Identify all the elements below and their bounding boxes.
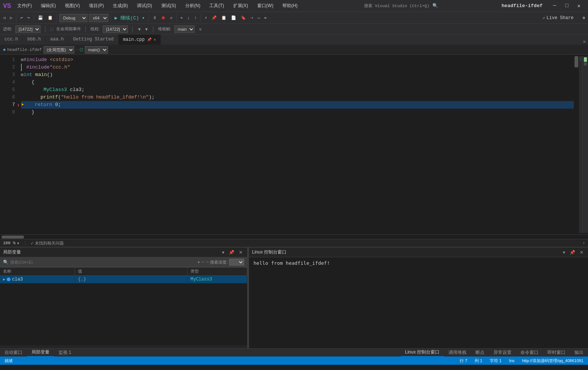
scroll-thumb[interactable] (574, 56, 578, 67)
menu-debug[interactable]: 调试(D) (134, 1, 155, 10)
toolbar-misc7-btn[interactable]: ↔ (256, 15, 262, 21)
zoom-control[interactable]: 100 % ▾ (3, 241, 20, 246)
close-button[interactable]: ✕ (573, 1, 585, 10)
table-row[interactable]: ▶ cla3 {…} MyClass3 (0, 276, 247, 283)
toolbar-step-out-btn[interactable]: ↑ (193, 15, 198, 21)
minimize-button[interactable]: ─ (549, 1, 561, 10)
tab-exception-settings[interactable]: 异常设置 (489, 349, 516, 357)
process-dropdown[interactable]: [14722] (15, 25, 40, 33)
toolbar-misc8-btn[interactable]: ⇤ (263, 15, 269, 21)
status-col[interactable]: 列 1 (473, 358, 484, 364)
maximize-button[interactable]: □ (561, 1, 573, 10)
continue-button[interactable]: ▶ 继续(C) ▾ (113, 14, 147, 22)
fold-1[interactable]: ⊟ (21, 56, 24, 64)
tab-call-stack[interactable]: 调用堆栈 (444, 349, 471, 357)
tab-output[interactable]: 输出 (570, 349, 588, 357)
menu-view[interactable]: 视图(V) (62, 1, 83, 10)
toolbar-step-over-btn[interactable]: ↷ (179, 15, 184, 21)
search-depth-dropdown[interactable] (229, 259, 244, 266)
stackfilter-icon[interactable]: ≡ (199, 27, 201, 31)
breadcrumb-project[interactable]: headfile-ifdef (7, 48, 42, 52)
tab-immediate-window[interactable]: 即时窗口 (543, 349, 570, 357)
locals-scroll-area[interactable] (0, 345, 247, 348)
toolbar-forward-btn[interactable]: ▷ (9, 15, 14, 21)
scroll-right-btn[interactable]: › (582, 241, 585, 245)
search-back-icon[interactable]: ← (202, 260, 204, 265)
tab-command-window[interactable]: 命令窗口 (516, 349, 543, 357)
tab-ccc-h[interactable]: ccc.h (0, 34, 23, 45)
debug-mode-dropdown[interactable]: Debug Release (59, 14, 87, 22)
fold-3[interactable]: ⊟ (21, 71, 24, 79)
console-close-btn[interactable]: ✕ (578, 250, 585, 255)
tab-pin-icon[interactable]: 📌 (147, 37, 152, 42)
tab-breakpoints[interactable]: 断点 (471, 349, 489, 357)
menu-test[interactable]: 测试(S) (158, 1, 179, 10)
menu-tools[interactable]: 工具(T) (206, 1, 227, 10)
tab-linux-console[interactable]: Linux 控制台窗口 (400, 349, 444, 357)
menu-build[interactable]: 生成(B) (110, 1, 131, 10)
tab-main-cpp[interactable]: main.cpp 📌 ✕ (118, 34, 161, 45)
locals-pin-btn[interactable]: 📌 (227, 250, 236, 255)
tab-auto-window[interactable]: 自动窗口 (0, 349, 27, 357)
expand-icon[interactable]: ▶ (3, 277, 5, 282)
tab-bbb-h[interactable]: bbb.h (23, 34, 46, 45)
scroll-thumb-h[interactable] (2, 236, 24, 239)
editor-scrollbar[interactable] (574, 56, 579, 233)
toolbar-settings-btn[interactable]: ⚙ (581, 15, 586, 21)
menu-window[interactable]: 窗口(W) (254, 1, 276, 10)
tab-overflow-button[interactable]: » (581, 39, 588, 45)
status-char[interactable]: 字符 1 (488, 358, 503, 364)
console-pin-btn[interactable]: 📌 (568, 250, 577, 255)
thread-dropdown[interactable]: [14722] (103, 25, 128, 33)
scope-dropdown[interactable]: (全局范围) (44, 46, 74, 54)
locals-minimize-btn[interactable]: ▾ (220, 250, 226, 255)
zoom-dropdown-icon[interactable]: ▾ (17, 241, 20, 246)
search-icon[interactable]: 🔍 (432, 3, 438, 9)
tab-aaa-h[interactable]: aaa.h (46, 34, 69, 45)
menu-edit[interactable]: 编辑(E) (38, 1, 59, 10)
line-num-4: 4 (0, 79, 15, 86)
search-dropdown-icon[interactable]: ▾ (197, 260, 200, 265)
toolbar-restart-btn[interactable]: ↺ (168, 15, 174, 21)
filter2-icon[interactable]: ▼ (144, 27, 148, 31)
menu-analyze[interactable]: 分析(N) (182, 1, 204, 10)
stack-frame-dropdown[interactable]: main (174, 25, 195, 33)
status-link[interactable]: http://添加源码管理/qq_40861091 (520, 358, 585, 364)
locals-search-input[interactable] (10, 260, 196, 264)
live-share-button[interactable]: ↗ Live Share (539, 14, 576, 21)
menu-file[interactable]: 文件(F) (14, 1, 35, 10)
issues-indicator[interactable]: ✓ 未找到相关问题 (31, 240, 64, 246)
function-dropdown[interactable]: main() (85, 46, 108, 54)
toolbar-misc2-btn[interactable]: 📌 (210, 15, 218, 21)
toolbar-undo-btn[interactable]: ↩ (19, 15, 24, 21)
toolbar-misc4-btn[interactable]: 📄 (230, 15, 238, 21)
menu-help[interactable]: 帮助(H) (279, 1, 301, 10)
toolbar-save-btn[interactable]: 💾 (36, 15, 45, 21)
console-minimize-btn[interactable]: ▾ (561, 250, 567, 255)
toolbar-save2-btn[interactable]: 📋 (46, 15, 54, 21)
search-forward-icon[interactable]: → (206, 260, 208, 265)
status-ready[interactable]: 就绪 (3, 358, 14, 364)
toolbar-pause-btn[interactable]: ⏸ (151, 15, 158, 21)
tab-locals[interactable]: 局部变量 (27, 349, 54, 357)
filter-icon[interactable]: ▼ (137, 27, 141, 31)
tab-watch-1[interactable]: 监视 1 (54, 349, 76, 357)
toolbar-back-btn[interactable]: ◁ (2, 15, 7, 21)
platform-dropdown[interactable]: x64 x86 (89, 14, 108, 22)
code-area[interactable]: ⊟ #include <cstdio> #include"ccc.h" ⊟ in… (18, 56, 574, 233)
toolbar-misc5-btn[interactable]: 🔖 (239, 15, 248, 21)
editor-scrollbar-horizontal[interactable] (0, 234, 588, 239)
tab-getting-started[interactable]: Getting Started (69, 34, 118, 45)
toolbar-step-into-btn[interactable]: ↓ (186, 15, 191, 21)
toolbar-redo-btn[interactable]: ↪ (26, 15, 32, 21)
toolbar-misc3-btn[interactable]: 📋 (220, 15, 228, 21)
menu-project[interactable]: 项目(P) (86, 1, 107, 10)
locals-close-btn[interactable]: ✕ (237, 250, 244, 255)
tab-main-cpp-close[interactable]: ✕ (154, 37, 156, 42)
menu-extensions[interactable]: 扩展(X) (230, 1, 251, 10)
toolbar-misc-btn[interactable]: ⚡ (203, 15, 209, 21)
toolbar-stop-btn[interactable]: ⏹ (160, 15, 167, 21)
status-ins[interactable]: Ins (507, 358, 516, 363)
status-row[interactable]: 行 7 (458, 358, 469, 364)
toolbar-misc6-btn[interactable]: ⇢ (249, 15, 255, 21)
